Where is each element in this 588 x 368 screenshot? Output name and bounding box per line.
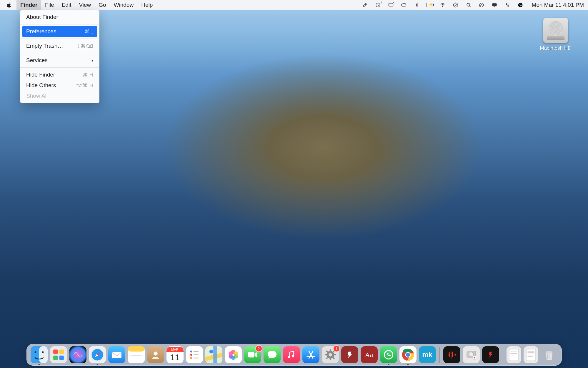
bluetooth-icon[interactable] — [414, 2, 420, 8]
menu-hide-finder[interactable]: Hide Finder ⌘ H — [20, 69, 99, 80]
menu-item-label: Preferences… — [26, 28, 62, 35]
dock-app-appstore[interactable] — [302, 346, 319, 363]
menu-file[interactable]: File — [41, 0, 58, 10]
menu-empty-trash[interactable]: Empty Trash… ⇧⌘⌫ — [20, 41, 99, 51]
flash-icon — [486, 350, 495, 359]
finder-dropdown-menu: About Finder Preferences… ⌘ , Empty Tras… — [20, 10, 99, 103]
dock-app-music[interactable] — [283, 346, 300, 363]
dock-recent-document-2[interactable] — [524, 346, 538, 363]
dock-app-system-preferences[interactable]: 1 — [322, 346, 339, 363]
dock-app-flash-player[interactable] — [341, 346, 358, 363]
menu-bar-clock[interactable]: Mon Mar 11 4:01 PM — [530, 2, 584, 8]
dock-app-safari[interactable] — [89, 346, 106, 363]
svg-rect-17 — [59, 349, 64, 354]
svg-rect-13 — [39, 346, 48, 363]
disk-utility-icon — [465, 348, 478, 361]
menu-finder[interactable]: Finder — [16, 0, 41, 10]
svg-point-60 — [406, 353, 410, 357]
running-indicator-icon — [96, 364, 98, 365]
dock-app-launchpad[interactable] — [50, 346, 67, 363]
apple-menu[interactable] — [6, 2, 12, 8]
photos-icon — [226, 348, 240, 362]
trash-icon — [542, 347, 556, 363]
svg-rect-16 — [53, 349, 58, 354]
desktop-icon-macintosh-hd[interactable]: Macintosh HD — [538, 18, 573, 51]
siri-icon — [72, 349, 84, 361]
user-icon[interactable] — [452, 2, 459, 8]
dock-app-siri[interactable] — [69, 346, 86, 363]
spotlight-search-icon[interactable] — [465, 2, 472, 8]
menu-hide-others[interactable]: Hide Others ⌥⌘ H — [20, 80, 99, 91]
dock-app-whatsapp[interactable] — [380, 346, 397, 363]
svg-point-14 — [34, 351, 36, 353]
menu-shortcut: ⌘ H — [82, 72, 93, 78]
menu-view[interactable]: View — [75, 0, 95, 10]
menu-separator — [20, 67, 99, 68]
svg-rect-44 — [248, 352, 254, 357]
svg-point-32 — [190, 357, 192, 359]
bell-alert-icon[interactable]: ! — [375, 2, 381, 8]
svg-line-54 — [333, 357, 334, 359]
dock-app-chrome[interactable] — [399, 346, 417, 363]
control-strip-icon[interactable] — [504, 2, 511, 8]
svg-point-31 — [190, 354, 192, 356]
dock-app-voice-memos[interactable] — [443, 346, 460, 363]
dock-app-finder[interactable] — [31, 346, 48, 363]
battery-icon[interactable]: ⚡ — [427, 2, 433, 8]
messages-icon — [266, 348, 279, 361]
siri-menu-icon[interactable] — [517, 2, 524, 8]
menu-preferences[interactable]: Preferences… ⌘ , — [22, 26, 97, 37]
dock-app-disk-utility[interactable] — [463, 346, 480, 363]
dock-app-maps[interactable] — [205, 346, 222, 363]
svg-rect-8 — [494, 6, 495, 7]
music-icon — [286, 349, 297, 361]
menu-shortcut: ⇧⌘⌫ — [76, 43, 93, 49]
display-menu-icon[interactable] — [491, 2, 498, 8]
menu-window[interactable]: Window — [110, 0, 138, 10]
menu-item-label: Hide Finder — [26, 72, 55, 78]
wifi-icon[interactable] — [439, 2, 446, 8]
screen-icon[interactable] — [388, 2, 394, 8]
menu-edit[interactable]: Edit — [58, 0, 75, 10]
dock-app-mail[interactable] — [108, 346, 125, 363]
dock-trash[interactable] — [541, 346, 558, 363]
dock-app-flash-updater[interactable] — [482, 346, 499, 363]
svg-point-48 — [329, 353, 332, 357]
svg-line-83 — [551, 354, 551, 359]
dock-app-dictionary[interactable]: Aa — [361, 346, 378, 363]
svg-point-0 — [365, 4, 366, 4]
svg-point-45 — [288, 356, 290, 358]
menu-item-label: Hide Others — [26, 82, 56, 89]
dock-app-messages[interactable] — [264, 346, 281, 363]
running-indicator-icon — [407, 364, 409, 365]
menu-services[interactable]: Services › — [20, 55, 99, 66]
creative-cloud-icon[interactable] — [401, 2, 407, 8]
badge-count: 1 — [333, 345, 340, 352]
contacts-icon — [149, 348, 162, 361]
menu-about-finder[interactable]: About Finder — [20, 12, 99, 22]
dock-app-photos[interactable] — [225, 346, 242, 363]
harddrive-icon — [543, 18, 568, 43]
svg-rect-24 — [112, 352, 121, 358]
menu-help[interactable]: Help — [137, 0, 156, 10]
svg-point-3 — [442, 6, 443, 7]
menu-separator — [20, 24, 99, 24]
dock-app-calendar[interactable]: MAR 11 — [166, 346, 184, 363]
dock-app-notes[interactable] — [128, 346, 145, 363]
reminders-icon — [188, 348, 201, 361]
svg-rect-7 — [492, 3, 497, 6]
dock-app-facetime[interactable]: 2 — [244, 346, 261, 363]
dock-separator — [503, 347, 503, 363]
dock-separator — [439, 347, 440, 363]
time-machine-icon[interactable] — [478, 2, 485, 8]
dock-app-mk[interactable]: mk — [419, 346, 436, 363]
menu-item-label: About Finder — [26, 14, 58, 20]
menu-go[interactable]: Go — [95, 0, 110, 10]
dock-app-contacts[interactable] — [147, 346, 164, 363]
rocket-icon[interactable] — [362, 2, 368, 8]
appstore-icon — [305, 349, 317, 361]
dock-app-reminders[interactable] — [186, 346, 203, 363]
dock-recent-document-1[interactable] — [507, 346, 521, 363]
finder-icon — [31, 346, 48, 363]
whatsapp-icon — [382, 349, 395, 361]
